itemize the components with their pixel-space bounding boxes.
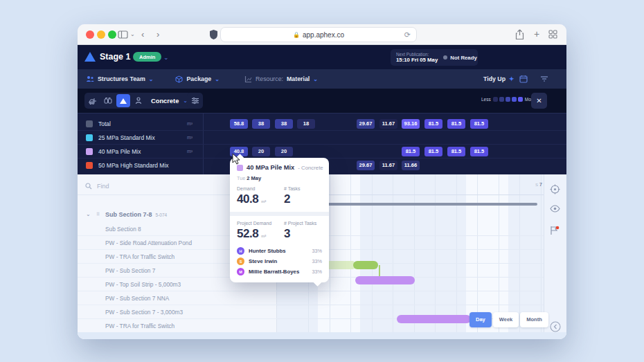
back-icon[interactable]: ‹ xyxy=(141,24,144,45)
plant-icon[interactable] xyxy=(86,94,100,107)
calendar-icon[interactable] xyxy=(519,75,528,83)
heatmap-cell[interactable]: 81.5 xyxy=(424,119,442,129)
next-publication-box[interactable]: Next Publication: 15:10 Fri 05 May Not R… xyxy=(391,49,478,66)
privacy-shield-icon[interactable] xyxy=(209,29,218,40)
view-week-button[interactable]: Week xyxy=(493,312,519,327)
chevron-down-icon: ⌄ xyxy=(215,76,220,82)
heatmap-cell[interactable]: 11.66 xyxy=(402,161,420,170)
crosshair-icon[interactable] xyxy=(550,184,560,194)
wbs-item-label: PW - TRA for Traffic Switch xyxy=(105,319,175,333)
selected-material[interactable]: Concrete xyxy=(151,98,179,105)
aphex-logo-icon[interactable] xyxy=(84,52,96,62)
row-color-chip xyxy=(86,162,93,169)
wbs-item[interactable]: PW - Sub Section 7 - 3,000m3 xyxy=(78,305,277,319)
team-icon xyxy=(86,75,94,82)
wbs-item-label: PW - Side Road Attenuation Pond xyxy=(105,236,192,250)
resource-type-group: Concrete ⌄ xyxy=(84,93,192,109)
forward-icon[interactable]: › xyxy=(156,24,159,45)
assignee-avatar: S xyxy=(237,257,244,265)
eye-icon[interactable] xyxy=(550,205,560,212)
heatmap-cell[interactable]: 29.67 xyxy=(357,119,375,129)
heatmap-cell[interactable]: 38 xyxy=(252,119,270,129)
flag-icon[interactable] xyxy=(550,226,560,235)
material-icon[interactable] xyxy=(116,94,130,107)
heatmap-cell[interactable]: 93.16 xyxy=(402,119,420,129)
mouse-cursor xyxy=(231,153,241,165)
close-window-button[interactable] xyxy=(86,30,94,39)
row-label: 25 MPa Standard Mix xyxy=(98,131,155,145)
wbs-item[interactable]: PW - TRA for Traffic Switch xyxy=(78,319,277,333)
role-badge: Admin xyxy=(133,52,161,62)
task-bar-purple-long[interactable] xyxy=(397,315,471,323)
filter-icon[interactable] xyxy=(540,75,548,83)
minimize-window-button[interactable] xyxy=(97,30,105,39)
heatmap-cell[interactable]: 81.5 xyxy=(402,147,420,156)
people-icon[interactable] xyxy=(132,94,145,107)
view-month-button[interactable]: Month xyxy=(520,312,548,327)
heatmap-cell[interactable]: 38 xyxy=(275,119,293,129)
wbs-parent-meta: 5-074 xyxy=(156,212,168,217)
app-header: Stage 1 Admin ⌄ Gantt Clashes Map Next P… xyxy=(78,45,566,69)
row-label: Total xyxy=(98,117,111,131)
project-demand-value: 52.8 m³ xyxy=(237,227,284,241)
assignee-percent: 33% xyxy=(312,248,322,254)
heatmap-cell[interactable]: 81.5 xyxy=(424,147,442,156)
demand-tooltip: 40 MPa Pile Mix - Concrete Tue 2 May Dem… xyxy=(230,158,329,282)
resource-filter[interactable]: Resource: Material ⌄ xyxy=(244,75,318,83)
next-publication-time: 15:10 Fri 05 May xyxy=(396,57,438,63)
heatmap-cell[interactable]: 58.8 xyxy=(230,119,248,129)
project-demand-label: Project Demand xyxy=(237,221,284,226)
assignee-row: HHunter Stubbs33% xyxy=(237,246,322,256)
row-unit: m³ xyxy=(187,131,193,145)
status-dot-icon xyxy=(443,55,447,60)
task-bar-progress-ghost[interactable] xyxy=(327,261,355,269)
team-filter[interactable]: Structures Team ⌄ xyxy=(86,75,153,82)
package-filter-label: Package xyxy=(186,75,211,82)
task-bar-purple[interactable] xyxy=(355,276,415,284)
reload-icon[interactable]: ⟳ xyxy=(404,30,411,39)
legend-square xyxy=(506,97,510,102)
tooltip-date: Tue 2 May xyxy=(237,175,322,181)
tasks-value: 2 xyxy=(284,192,322,206)
heatmap-cell[interactable]: 81.5 xyxy=(447,147,465,156)
new-tab-icon[interactable]: + xyxy=(534,24,539,44)
heatmap-cell[interactable]: 29.67 xyxy=(357,161,375,170)
heatmap-cell[interactable]: 11.67 xyxy=(379,161,397,170)
zoom-window-button[interactable] xyxy=(108,30,116,39)
view-day-button[interactable]: Day xyxy=(469,312,492,327)
share-icon[interactable] xyxy=(515,29,524,40)
legend-square xyxy=(493,97,498,102)
wbs-item[interactable]: PW - Sub Section 7 NNA xyxy=(78,291,277,305)
task-bar-green[interactable] xyxy=(353,261,378,269)
assignee-percent: 33% xyxy=(312,269,322,275)
wbs-item-label: PW - Sub Section 7 - 3,000m3 xyxy=(105,305,183,319)
browser-chrome: ⌄ ‹ › 🔒 app.aphex.co ⟳ + xyxy=(78,24,566,45)
tooltip-subtitle: - Concrete xyxy=(298,165,323,171)
collapse-chevron-icon[interactable]: ⌄ xyxy=(86,208,91,221)
display-settings-button[interactable] xyxy=(187,93,203,109)
heatmap-cell[interactable]: 81.5 xyxy=(470,147,488,156)
tidy-up-label: Tidy Up xyxy=(483,75,506,82)
heatmap-cell[interactable]: 20 xyxy=(252,147,270,156)
heatmap-cell[interactable]: 20 xyxy=(275,147,293,156)
project-chevron-icon[interactable]: ⌄ xyxy=(163,54,169,61)
row-unit: m³ xyxy=(187,145,193,159)
drag-grip-icon[interactable]: ⠿ xyxy=(96,208,100,221)
chevron-down-icon[interactable]: ⌄ xyxy=(130,24,135,45)
heatmap-cell[interactable]: 81.5 xyxy=(447,119,465,129)
browser-window: ⌄ ‹ › 🔒 app.aphex.co ⟳ + Stage 1 Admin ⌄… xyxy=(78,24,566,339)
close-heatmap-button[interactable]: ✕ xyxy=(531,93,547,109)
tidy-up-button[interactable]: Tidy Up ✦ xyxy=(483,75,514,82)
address-bar[interactable]: 🔒 app.aphex.co ⟳ xyxy=(220,27,417,42)
package-filter[interactable]: Package ⌄ xyxy=(175,75,219,83)
heatmap-cell[interactable]: 11.67 xyxy=(379,119,397,129)
equipment-icon[interactable] xyxy=(101,94,115,107)
tab-overview-icon[interactable] xyxy=(548,30,557,39)
wbs-item-label: PW - Top Soil Strip - 5,000m3 xyxy=(105,278,181,291)
heatmap-cell[interactable]: 81.5 xyxy=(470,119,488,129)
collapse-panel-icon[interactable] xyxy=(550,321,561,332)
heatmap-cell[interactable]: 18 xyxy=(297,119,315,129)
sidebar-icon[interactable] xyxy=(118,24,128,45)
view-switcher: Day Week Month xyxy=(469,312,548,327)
row-color-chip xyxy=(86,148,93,155)
